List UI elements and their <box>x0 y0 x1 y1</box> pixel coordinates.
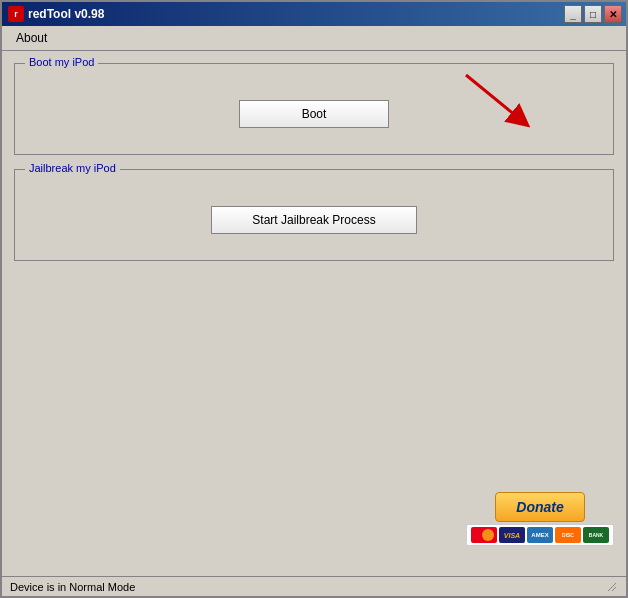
visa-icon: VISA <box>499 527 525 543</box>
svg-point-3 <box>482 529 494 541</box>
menu-bar: About <box>2 26 626 51</box>
title-bar: r redTool v0.98 _ □ ✕ <box>2 2 626 26</box>
arrow-icon <box>456 65 546 135</box>
amex-icon: AMEX <box>527 527 553 543</box>
maximize-button[interactable]: □ <box>584 5 602 23</box>
jailbreak-button[interactable]: Start Jailbreak Process <box>211 206 416 234</box>
boot-group-label: Boot my iPod <box>25 56 98 68</box>
main-content: Boot my iPod Boot Jailbreak my iPod Star <box>2 51 626 576</box>
boot-group-box: Boot my iPod Boot <box>14 63 614 155</box>
close-button[interactable]: ✕ <box>604 5 622 23</box>
minimize-button[interactable]: _ <box>564 5 582 23</box>
menu-item-about[interactable]: About <box>10 29 53 47</box>
mastercard-icon <box>471 527 497 543</box>
donate-area: Donate VISA AMEX DISC BA <box>466 492 614 546</box>
boot-button[interactable]: Boot <box>239 100 389 128</box>
window-controls: _ □ ✕ <box>564 5 622 23</box>
jailbreak-group-label: Jailbreak my iPod <box>25 162 120 174</box>
discover-icon: DISC <box>555 527 581 543</box>
donate-button[interactable]: Donate <box>495 492 584 522</box>
jailbreak-group-box: Jailbreak my iPod Start Jailbreak Proces… <box>14 169 614 261</box>
bank-icon: BANK <box>583 527 609 543</box>
card-icons: VISA AMEX DISC BANK <box>466 524 614 546</box>
app-icon: r <box>8 6 24 22</box>
svg-line-4 <box>608 583 616 591</box>
jailbreak-group-inner: Start Jailbreak Process <box>27 186 601 244</box>
svg-line-1 <box>466 75 521 120</box>
svg-line-5 <box>612 587 616 591</box>
boot-group-inner: Boot <box>27 80 601 138</box>
resize-grip-icon[interactable] <box>606 581 618 593</box>
title-bar-left: r redTool v0.98 <box>8 6 104 22</box>
status-bar: Device is in Normal Mode <box>2 576 626 596</box>
main-window: r redTool v0.98 _ □ ✕ About Boot my iPod <box>0 0 628 598</box>
window-title: redTool v0.98 <box>28 7 104 21</box>
status-text: Device is in Normal Mode <box>10 581 135 593</box>
